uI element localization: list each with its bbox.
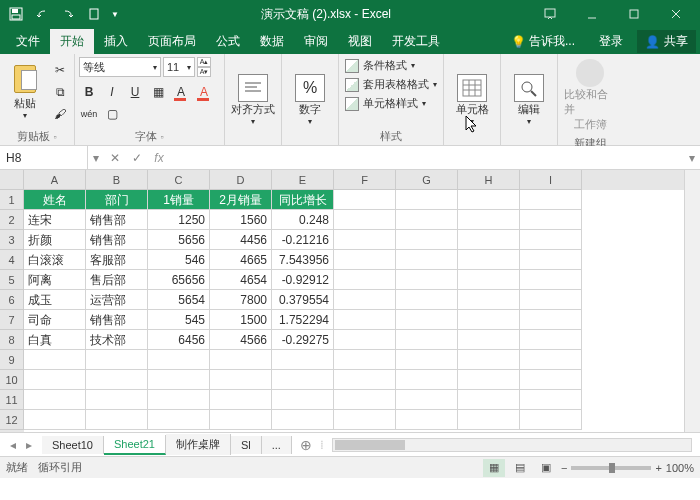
cell[interactable] [24,370,86,390]
cell[interactable]: 0.248 [272,210,334,230]
column-header[interactable]: H [458,170,520,190]
decrease-font-button[interactable]: A▾ [197,67,211,77]
cell[interactable] [458,210,520,230]
enter-formula-button[interactable]: ✓ [126,151,148,165]
row-header[interactable]: 4 [0,250,24,270]
row-header[interactable]: 3 [0,230,24,250]
underline-button[interactable]: U [125,82,145,102]
cell[interactable]: 7800 [210,290,272,310]
cell[interactable] [458,330,520,350]
cell[interactable] [210,350,272,370]
tab-file[interactable]: 文件 [6,29,50,54]
view-normal-button[interactable]: ▦ [483,459,505,477]
cell[interactable] [520,370,582,390]
cell[interactable]: 1500 [210,310,272,330]
cell[interactable] [210,390,272,410]
cell[interactable] [458,290,520,310]
cell[interactable] [24,350,86,370]
minimize-button[interactable] [572,3,612,25]
cell[interactable]: 折颜 [24,230,86,250]
cell[interactable] [334,390,396,410]
cell[interactable] [520,290,582,310]
cell[interactable]: 65656 [148,270,210,290]
redo-button[interactable] [56,3,80,25]
cell[interactable]: 司命 [24,310,86,330]
cell[interactable] [520,190,582,210]
undo-button[interactable] [30,3,54,25]
tab-insert[interactable]: 插入 [94,29,138,54]
cell[interactable] [458,230,520,250]
fill-color-button[interactable]: A [171,82,191,102]
cell[interactable] [272,370,334,390]
column-header[interactable]: B [86,170,148,190]
border2-button[interactable]: ▢ [102,104,122,124]
column-header[interactable]: G [396,170,458,190]
cell[interactable] [86,410,148,430]
cell[interactable] [334,290,396,310]
cell[interactable] [458,250,520,270]
qat-dropdown[interactable]: ▼ [108,3,122,25]
horizontal-scrollbar[interactable] [332,438,692,452]
add-sheet-button[interactable]: ⊕ [292,437,320,453]
column-header[interactable]: I [520,170,582,190]
new-button[interactable] [82,3,106,25]
sheet-tab-4[interactable]: Sl [231,436,262,454]
font-launcher[interactable]: ▫ [160,132,163,142]
view-page-button[interactable]: ▤ [509,459,531,477]
cell[interactable]: -0.92912 [272,270,334,290]
row-header[interactable]: 12 [0,410,24,430]
cell[interactable] [458,350,520,370]
number-format-button[interactable]: % 数字▾ [286,72,334,128]
fx-icon[interactable]: fx [148,151,170,165]
font-color-button[interactable]: A [194,82,214,102]
ribbon-options-button[interactable] [530,3,570,25]
cell[interactable] [396,210,458,230]
save-button[interactable] [4,3,28,25]
column-header[interactable]: A [24,170,86,190]
cell[interactable] [520,390,582,410]
cell[interactable] [458,410,520,430]
cell[interactable]: 成玉 [24,290,86,310]
zoom-slider[interactable] [571,466,651,470]
cell[interactable] [272,410,334,430]
ruby-button[interactable]: wén [79,104,99,124]
cell[interactable]: 4665 [210,250,272,270]
login-button[interactable]: 登录 [589,29,633,54]
clipboard-launcher[interactable]: ▫ [53,132,56,142]
format-painter-button[interactable]: 🖌 [50,104,70,124]
cell[interactable] [24,410,86,430]
cell[interactable] [396,410,458,430]
cell[interactable]: 白滚滚 [24,250,86,270]
cell[interactable]: 1560 [210,210,272,230]
italic-button[interactable]: I [102,82,122,102]
cell[interactable] [334,350,396,370]
sheet-nav-prev[interactable]: ◂ [6,438,20,452]
cell[interactable]: 4456 [210,230,272,250]
tab-data[interactable]: 数据 [250,29,294,54]
cell[interactable]: 同比增长 [272,190,334,210]
cell[interactable] [396,250,458,270]
cell[interactable] [148,350,210,370]
cell[interactable]: 1250 [148,210,210,230]
cut-button[interactable]: ✂ [50,60,70,80]
cell[interactable] [520,330,582,350]
name-box[interactable]: H8 [0,146,88,169]
column-header[interactable]: E [272,170,334,190]
cell[interactable] [210,410,272,430]
cell[interactable]: 6456 [148,330,210,350]
table-format-button[interactable]: 套用表格格式▾ [343,76,439,93]
cell[interactable] [458,370,520,390]
cell[interactable]: 白真 [24,330,86,350]
cell[interactable]: 技术部 [86,330,148,350]
cell[interactable]: 5656 [148,230,210,250]
view-break-button[interactable]: ▣ [535,459,557,477]
cell[interactable]: 0.379554 [272,290,334,310]
tab-formula[interactable]: 公式 [206,29,250,54]
cell[interactable] [520,250,582,270]
cell[interactable]: 销售部 [86,230,148,250]
expand-formula-button[interactable]: ▾ [684,151,700,165]
cell[interactable] [334,310,396,330]
cell[interactable]: 姓名 [24,190,86,210]
cell[interactable]: 5654 [148,290,210,310]
cell[interactable] [334,410,396,430]
